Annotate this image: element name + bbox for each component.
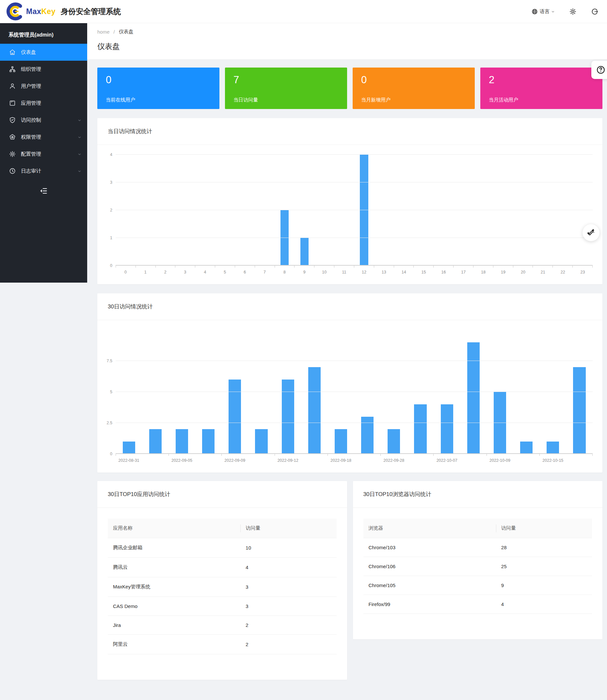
gear-icon <box>569 8 577 15</box>
bar-slot <box>195 330 222 454</box>
page-title: 仪表盘 <box>97 41 596 51</box>
sidebar-item-dashboard[interactable]: 仪表盘 <box>0 44 87 61</box>
sidebar-item-configuration[interactable]: 配置管理 <box>0 146 87 162</box>
bar <box>467 342 480 454</box>
bar <box>520 441 532 454</box>
bar <box>282 379 294 454</box>
x-tick-label: 0 <box>116 270 135 275</box>
y-tick-label: 2.5 <box>107 421 112 425</box>
topbar-actions: 语言 <box>531 8 599 15</box>
bar-slot <box>434 155 454 266</box>
gridline <box>116 392 593 392</box>
panel-title: 当日访问情况统计 <box>97 118 603 145</box>
x-tick-label: 9 <box>294 270 314 275</box>
gear-icon <box>9 150 16 158</box>
sidebar-item-users[interactable]: 用户管理 <box>0 78 87 95</box>
bar-slot <box>235 155 255 266</box>
axis-tick <box>454 266 474 268</box>
x-tick-label: 2022-09-05 <box>168 458 195 463</box>
settings-button[interactable] <box>569 8 577 15</box>
visits-cell: 4 <box>240 558 336 577</box>
name-cell: 阿里云 <box>108 635 240 654</box>
axis-tick <box>116 266 136 268</box>
bar-chart-30d: 02.557.5 2022-08-312022-09-052022-09-092… <box>97 320 603 473</box>
sidebar-item-applications[interactable]: 应用管理 <box>0 95 87 112</box>
logout-icon <box>591 8 599 15</box>
sidebar-item-permissions[interactable]: 权限管理 <box>0 129 87 146</box>
name-cell: CAS Demo <box>108 597 240 616</box>
bar-slot <box>294 155 314 266</box>
bar <box>388 429 400 454</box>
table-row: 腾讯云4 <box>108 558 337 577</box>
x-axis-line <box>116 453 593 454</box>
maxkey-logo-icon <box>6 2 24 21</box>
breadcrumb-home-link[interactable]: home <box>97 29 110 35</box>
top-bar: MaxKey 身份安全管理系统 语言 <box>0 0 607 23</box>
x-tick-label: 4 <box>195 270 215 275</box>
axis-tick <box>222 454 275 456</box>
sidebar-item-label: 日志审计 <box>21 168 41 175</box>
column-header: 浏览器 <box>363 519 496 538</box>
y-tick-label: 2 <box>110 208 112 213</box>
magic-wand-button[interactable] <box>583 224 600 241</box>
x-axis-labels: 2022-08-312022-09-052022-09-092022-09-12… <box>116 458 593 468</box>
bar <box>335 429 347 454</box>
system-title: 身份安全管理系统 <box>61 6 121 17</box>
axis-tick <box>553 266 573 268</box>
bar-slot <box>222 330 248 454</box>
help-button[interactable] <box>591 61 607 79</box>
table-row: 腾讯企业邮箱10 <box>108 538 337 558</box>
name-cell: Chrome/105 <box>363 576 496 595</box>
x-tick-label: 2022-08-31 <box>116 458 142 463</box>
plot-area <box>116 155 593 266</box>
axis-tick <box>434 454 486 456</box>
menu-fold-button[interactable] <box>0 187 87 195</box>
axis-tick <box>394 266 414 268</box>
table-row: CAS Demo3 <box>108 597 337 616</box>
bar <box>176 429 188 454</box>
bar-slot <box>155 155 175 266</box>
bar <box>308 367 321 454</box>
chevron-down-icon <box>78 169 81 173</box>
stat-label: 当前在线用户 <box>106 97 211 103</box>
sidebar-item-access-control[interactable]: 访问控制 <box>0 112 87 129</box>
bar <box>202 429 214 454</box>
language-menu[interactable]: 语言 <box>531 8 555 15</box>
bar-slot <box>533 155 553 266</box>
table-row: Chrome/10328 <box>363 538 592 557</box>
bar-slot <box>414 155 434 266</box>
x-tick-label: 6 <box>235 270 255 275</box>
stat-label: 当月新增用户 <box>361 97 466 103</box>
x-tick-label: 21 <box>533 270 553 275</box>
visits-cell: 2 <box>240 616 336 635</box>
sidebar-item-label: 组织管理 <box>21 66 41 73</box>
pentagon-star-icon <box>9 133 16 141</box>
axis-tick <box>215 266 235 268</box>
top10-tables-row: 30日TOP10应用访问统计 应用名称 访问量 腾讯企业邮箱10腾讯云4MaxK… <box>97 481 603 680</box>
dashboard-content: 0 当前在线用户 7 当日访问量 0 当月新增用户 2 当月活动用户 <box>87 60 607 687</box>
bar-slot <box>255 155 275 266</box>
bar-slot <box>328 330 354 454</box>
table-row: Chrome/10625 <box>363 557 592 576</box>
gridline <box>116 360 593 361</box>
axis-tick <box>275 266 295 268</box>
x-tick-label: 2022-10-15 <box>540 458 566 463</box>
sidebar-item-organizations[interactable]: 组织管理 <box>0 61 87 78</box>
stat-card-monthly-new-users: 0 当月新增用户 <box>353 68 475 109</box>
bar-slot <box>175 155 195 266</box>
logout-button[interactable] <box>591 8 599 15</box>
bar-slot <box>334 155 354 266</box>
visits-cell: 3 <box>240 597 336 616</box>
x-tick-label: 2022-10-07 <box>434 458 460 463</box>
table-header-row: 应用名称 访问量 <box>108 519 337 538</box>
top10-apps-panel: 30日TOP10应用访问统计 应用名称 访问量 腾讯企业邮箱10腾讯云4MaxK… <box>97 481 347 680</box>
sidebar-item-audit-logs[interactable]: 日志审计 <box>0 162 87 179</box>
x-tick-label <box>566 458 593 463</box>
x-tick-label <box>407 458 434 463</box>
visits-cell: 28 <box>496 538 592 557</box>
axis-tick <box>314 266 334 268</box>
stat-value: 2 <box>489 75 594 85</box>
axis-tick <box>294 266 314 268</box>
chevron-down-icon <box>551 10 555 14</box>
panel-title: 30日TOP10浏览器访问统计 <box>353 481 603 508</box>
